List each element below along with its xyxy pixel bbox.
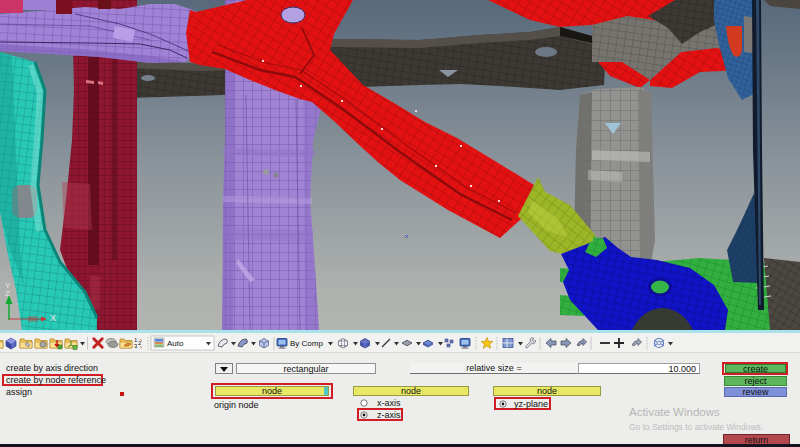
svg-text:By Comp: By Comp [290,339,323,348]
svg-text:Auto: Auto [167,339,184,348]
svg-text:X: X [50,313,56,323]
svg-text:Z: Z [5,289,10,298]
